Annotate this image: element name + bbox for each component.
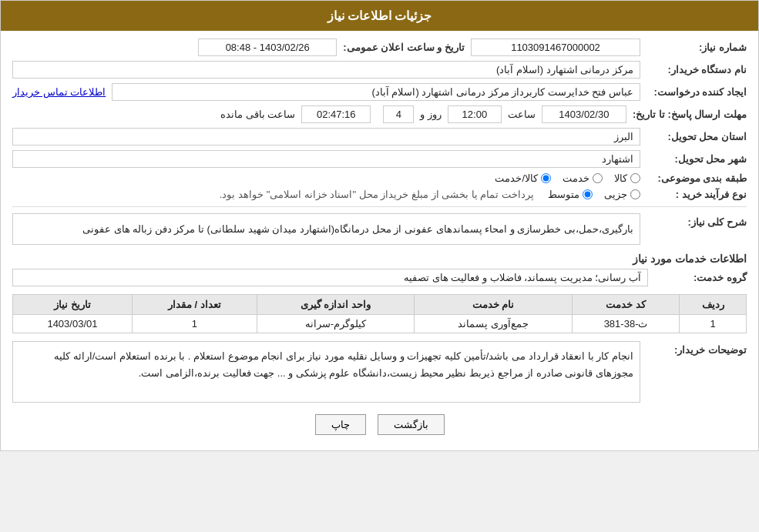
deadline-date: 1403/02/30 — [542, 105, 626, 123]
need-number-row: شماره نیاز: 1103091467000002 تاریخ و ساع… — [12, 38, 747, 56]
buyer-org-value: مرکز درمانی اشتهارد (اسلام آباد) — [12, 61, 640, 79]
col-header-date: تاریخ نیاز — [13, 295, 133, 315]
service-group-row: گروه خدمت: آب رسانی؛ مدیریت پسماند، فاضل… — [12, 269, 747, 286]
button-row: بازگشت چاپ — [12, 414, 747, 435]
services-table-section: ردیف کد خدمت نام خدمت واحد اندازه گیری ت… — [12, 294, 747, 333]
purchase-type-radio-motavasset[interactable] — [583, 189, 593, 199]
divider1 — [12, 206, 747, 207]
description-label: شرح کلی نیاز: — [646, 213, 747, 228]
back-button[interactable]: بازگشت — [378, 414, 445, 435]
category-label-kala: کالا — [614, 172, 627, 184]
province-value: البرز — [12, 128, 640, 146]
cell-date: 1403/03/01 — [13, 315, 133, 333]
cell-code: ث-38-381 — [572, 315, 679, 333]
col-header-code: کد خدمت — [572, 295, 679, 315]
need-number-label: شماره نیاز: — [646, 42, 747, 53]
purchase-type-note: پرداخت تمام یا بخشی از مبلغ خریداز محل "… — [220, 189, 534, 200]
page-header: جزئیات اطلاعات نیاز — [1, 1, 758, 31]
deadline-time-label: ساعت — [508, 109, 536, 120]
service-group-value: آب رسانی؛ مدیریت پسماند، فاضلاب و فعالیت… — [12, 269, 648, 286]
buyer-notes-row: توضیحات خریدار: انجام کار با انعقاد قرار… — [12, 341, 747, 403]
deadline-row: مهلت ارسال پاسخ: تا تاریخ: 1403/02/30 سا… — [12, 105, 747, 123]
col-header-name: نام خدمت — [415, 295, 573, 315]
purchase-type-radio-jozii[interactable] — [630, 189, 640, 199]
category-radio-group: کالا خدمت کالا/خدمت — [495, 172, 640, 184]
category-option-kala[interactable]: کالا — [614, 172, 640, 184]
creator-value: عباس فتح خدایرست کاربرداز مرکز درمانی اش… — [112, 83, 640, 101]
col-header-qty: تعداد / مقدار — [132, 295, 257, 315]
province-row: استان محل تحویل: البرز — [12, 128, 747, 146]
buyer-org-label: نام دستگاه خریدار: — [646, 64, 747, 75]
service-group-label: گروه خدمت: — [654, 272, 747, 283]
announce-datetime-value: 1403/02/26 - 08:48 — [198, 38, 337, 56]
city-label: شهر محل تحویل: — [646, 153, 747, 165]
purchase-type-radio-group: جزیی متوسط — [548, 189, 640, 200]
services-title: اطلاعات خدمات مورد نیاز — [12, 253, 747, 265]
announce-datetime-label: تاریخ و ساعت اعلان عمومی: — [343, 42, 465, 53]
page-title: جزئیات اطلاعات نیاز — [327, 9, 432, 22]
category-option-khedmat[interactable]: خدمت — [563, 172, 603, 184]
table-row: 1 ث-38-381 جمع‌آوری پسماند کیلوگرم-سرانه… — [13, 315, 747, 333]
buyer-org-row: نام دستگاه خریدار: مرکز درمانی اشتهارد (… — [12, 61, 747, 79]
category-radio-khedmat[interactable] — [593, 173, 603, 183]
category-label-khedmat: خدمت — [563, 172, 589, 184]
creator-row: ایجاد کننده درخواست: عباس فتح خدایرست کا… — [12, 83, 747, 101]
category-label-kala-khedmat: کالا/خدمت — [495, 172, 538, 184]
deadline-remaining-label: ساعت باقی مانده — [220, 109, 295, 120]
purchase-type-row: نوع فرآیند خرید : جزیی متوسط پرداخت تمام… — [12, 189, 747, 200]
purchase-type-label-jozii: جزیی — [604, 189, 627, 200]
need-number-value: 1103091467000002 — [471, 38, 640, 56]
creator-contact-link[interactable]: اطلاعات تماس خریدار — [12, 86, 106, 98]
deadline-label: مهلت ارسال پاسخ: تا تاریخ: — [633, 109, 747, 120]
purchase-type-option-jozii[interactable]: جزیی — [604, 189, 640, 200]
cell-rownum: 1 — [680, 315, 747, 333]
creator-label: ایجاد کننده درخواست: — [646, 86, 747, 98]
cell-name: جمع‌آوری پسماند — [415, 315, 573, 333]
deadline-days: 4 — [383, 105, 414, 123]
province-label: استان محل تحویل: — [646, 131, 747, 142]
buyer-notes-label: توضیحات خریدار: — [646, 341, 747, 356]
city-row: شهر محل تحویل: اشتهارد — [12, 150, 747, 168]
category-label: طبقه بندی موضوعی: — [646, 172, 747, 184]
cell-unit: کیلوگرم-سرانه — [257, 315, 414, 333]
buyer-notes-value: انجام کار با انعقاد قرارداد می باشد/تأمی… — [12, 341, 640, 403]
deadline-time: 12:00 — [448, 105, 502, 123]
col-header-unit: واحد اندازه گیری — [257, 295, 414, 315]
category-option-kala-khedmat[interactable]: کالا/خدمت — [495, 172, 551, 184]
category-row: طبقه بندی موضوعی: کالا خدمت کالا/خدمت — [12, 172, 747, 184]
purchase-type-label: نوع فرآیند خرید : — [646, 189, 747, 200]
col-header-rownum: ردیف — [680, 295, 747, 315]
purchase-type-option-motavasset[interactable]: متوسط — [548, 189, 593, 200]
deadline-remaining: 02:47:16 — [301, 105, 371, 123]
services-table: ردیف کد خدمت نام خدمت واحد اندازه گیری ت… — [12, 294, 747, 333]
deadline-days-label: روز و — [420, 109, 442, 120]
print-button[interactable]: چاپ — [315, 414, 366, 435]
purchase-type-label-motavasset: متوسط — [548, 189, 579, 200]
table-header-row: ردیف کد خدمت نام خدمت واحد اندازه گیری ت… — [13, 295, 747, 315]
cell-qty: 1 — [132, 315, 257, 333]
city-value: اشتهارد — [12, 150, 640, 168]
category-radio-kala[interactable] — [630, 173, 640, 183]
description-row: شرح کلی نیاز: بارگیری،حمل،بی خطرسازی و ا… — [12, 213, 747, 245]
category-radio-kala-khedmat[interactable] — [541, 173, 551, 183]
description-value: بارگیری،حمل،بی خطرسازی و امحاء پسماندهای… — [12, 213, 640, 245]
